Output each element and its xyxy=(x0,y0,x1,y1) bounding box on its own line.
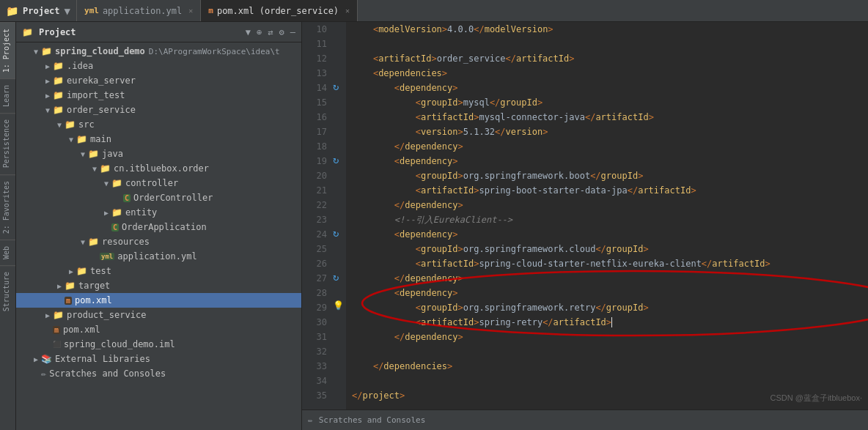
side-label-project[interactable]: 1: Project xyxy=(0,22,15,78)
side-label-persistence[interactable]: Persistence xyxy=(0,113,15,174)
tree-label-ext-lib: External Libraries xyxy=(55,354,150,364)
tree-item-orderapplication[interactable]: C OrderApplication xyxy=(16,220,301,234)
code-line-34 xyxy=(352,374,862,388)
main-area: 1: Project Learn Persistence 2: Favorite… xyxy=(0,22,868,430)
side-label-web[interactable]: Web xyxy=(0,240,15,265)
folder-icon-src: 📁 xyxy=(65,119,76,130)
tree-label-pom-order: pom.xml xyxy=(75,295,112,305)
tree-label-iml: spring_cloud_demo.iml xyxy=(64,339,175,349)
tree-arrow-idea: ▶ xyxy=(43,62,53,70)
tree-arrow-java: ▼ xyxy=(78,150,88,158)
folder-icon: 📁 xyxy=(22,27,33,37)
tree-item-src[interactable]: ▼ 📁 src xyxy=(16,117,301,132)
pom-file-icon: m xyxy=(65,297,72,305)
code-line-16: <artifactId>mysql-connector-java</artifa… xyxy=(352,110,862,125)
tab-close-yml[interactable]: ✕ xyxy=(188,7,193,15)
tree-item-ext-lib[interactable]: ▶ 📚 External Libraries xyxy=(16,352,301,366)
tree-label-target: target xyxy=(78,281,110,291)
tree-item-scratch[interactable]: ✏ Scratches and Consoles xyxy=(16,366,301,381)
tree-item-target[interactable]: ▶ 📁 target xyxy=(16,278,301,293)
side-label-favorites[interactable]: 2: Favorites xyxy=(0,174,15,240)
tree-label-root-pom: pom.xml xyxy=(63,325,100,335)
tree-item-root-pom[interactable]: m pom.xml xyxy=(16,322,301,337)
tree-label-product: product_service xyxy=(67,310,146,320)
minimize-icon[interactable]: — xyxy=(290,27,295,37)
tree-label-root: spring_cloud_demo xyxy=(55,46,145,56)
project-label: Project xyxy=(23,6,60,16)
tree-label-entity: entity xyxy=(125,207,157,218)
code-line-12: <artifactId>order_service</artifactId> xyxy=(352,51,862,66)
gutter-icon-28[interactable]: ↻ xyxy=(333,271,339,283)
bottom-bar: ✏ Scratches and Consoles xyxy=(302,409,868,430)
code-area[interactable]: <modelVersion>4.0.0</modelVersion> <arti… xyxy=(346,22,868,409)
scratch-icon: ✏ xyxy=(41,368,46,379)
tree-item-eureka[interactable]: ▶ 📁 eureka_server xyxy=(16,73,301,88)
iml-icon: ⬛ xyxy=(53,341,61,348)
yaml-icon: yml xyxy=(84,6,99,15)
folder-icon-pkg: 📁 xyxy=(100,163,111,174)
side-label-structure[interactable]: Structure xyxy=(0,265,15,317)
tree-item-ordercontroller[interactable]: C OrderController xyxy=(16,190,301,205)
code-line-11 xyxy=(352,37,862,51)
locate-icon[interactable]: ⊕ xyxy=(257,27,262,37)
scratch-bottom-label[interactable]: Scratches and Consoles xyxy=(319,415,426,425)
header-icons: ⊕ ⇄ ⚙ — xyxy=(257,27,295,37)
tree-item-iml[interactable]: ⬛ spring_cloud_demo.iml xyxy=(16,337,301,352)
tree-label-src: src xyxy=(78,119,95,130)
gutter-icon-19[interactable]: ↻ xyxy=(333,154,339,166)
tree-label-test: test xyxy=(90,266,111,276)
folder-icon-java: 📁 xyxy=(88,149,99,159)
root-pom-icon: m xyxy=(53,326,60,334)
tree-arrow-src: ▼ xyxy=(54,121,65,129)
tab-bar: 📁 Project ▼ yml application.yml ✕ m pom.… xyxy=(0,0,868,22)
code-line-22: </dependency> xyxy=(352,198,862,212)
tab-label-pom: pom.xml (order_service) xyxy=(217,6,339,16)
tree-item-package[interactable]: ▼ 📁 cn.itbluebox.order xyxy=(16,161,301,176)
folder-icon-ctrl: 📁 xyxy=(111,178,122,188)
code-line-14: <dependency> xyxy=(352,81,862,95)
folder-icon-main: 📁 xyxy=(76,134,87,144)
tree-item-main[interactable]: ▼ 📁 main xyxy=(16,132,301,147)
tree-item-order-service[interactable]: ▼ 📁 order_service xyxy=(16,103,301,117)
side-label-learn[interactable]: Learn xyxy=(0,78,15,113)
code-line-31: </dependency> xyxy=(352,330,862,344)
project-dropdown-icon[interactable]: ▼ xyxy=(65,5,70,17)
side-labels: 1: Project Learn Persistence 2: Favorite… xyxy=(0,22,16,430)
tree-label-idea: .idea xyxy=(67,61,93,71)
tree-item-idea[interactable]: ▶ 📁 .idea xyxy=(16,59,301,73)
tree-item-controller[interactable]: ▼ 📁 controller xyxy=(16,176,301,190)
code-line-27: </dependency> xyxy=(352,271,862,286)
tree-item-pomxml-order[interactable]: m pom.xml xyxy=(16,293,301,308)
tree-item-java[interactable]: ▼ 📁 java xyxy=(16,147,301,161)
tree-item-resources[interactable]: ▼ 📁 resources xyxy=(16,234,301,249)
code-line-23: <!--引入EurekaClient--> xyxy=(352,212,862,227)
tree-item-import-test[interactable]: ▶ 📁 import_test xyxy=(16,88,301,103)
folder-icon-res: 📁 xyxy=(88,237,99,247)
code-line-17: <version>5.1.32</version> xyxy=(352,125,862,139)
code-line-25: <groupId>org.springframework.cloud</grou… xyxy=(352,242,862,256)
tree-item-root[interactable]: ▼ 📁 spring_cloud_demo D:\AProgramWorkSpa… xyxy=(16,44,301,59)
tab-application-yml[interactable]: yml application.yml ✕ xyxy=(77,0,201,21)
hint-bulb-icon[interactable]: 💡 xyxy=(333,300,344,311)
folder-icon-test: 📁 xyxy=(76,266,87,276)
tree-label-res: resources xyxy=(102,237,150,247)
collapse-icon[interactable]: ⇄ xyxy=(268,27,273,37)
project-panel: 📁 Project ▼ ⊕ ⇄ ⚙ — ▼ 📁 spring_cloud_dem… xyxy=(16,22,302,430)
gutter-icon-14[interactable]: ↻ xyxy=(333,81,339,92)
tree-label-scratch: Scratches and Consoles xyxy=(49,368,166,379)
tree-arrow: ▼ xyxy=(31,48,41,56)
tab-close-pom[interactable]: ✕ xyxy=(345,7,350,15)
tree-item-appyml[interactable]: yml application.yml xyxy=(16,249,301,264)
tab-pom-xml[interactable]: m pom.xml (order_service) ✕ xyxy=(201,0,358,21)
tree-item-test[interactable]: ▶ 📁 test xyxy=(16,264,301,278)
settings-icon[interactable]: ⚙ xyxy=(279,27,284,37)
code-line-33: </dependencies> xyxy=(352,359,862,374)
tree-item-product[interactable]: ▶ 📁 product_service xyxy=(16,308,301,322)
tree-label-oc: OrderController xyxy=(133,193,213,203)
tree-path-hint: D:\AProgramWorkSpace\idea\t xyxy=(149,47,280,56)
code-line-13: <dependencies> xyxy=(352,66,862,81)
gutter-icon-24[interactable]: ↻ xyxy=(333,227,339,239)
tree-item-entity[interactable]: ▶ 📁 entity xyxy=(16,205,301,220)
folder-icon-eureka: 📁 xyxy=(53,75,64,86)
tree-arrow-eureka: ▶ xyxy=(43,77,53,85)
